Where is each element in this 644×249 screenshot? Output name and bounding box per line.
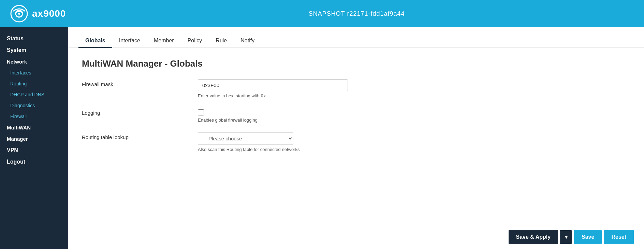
- sidebar-item-manager[interactable]: Manager: [0, 133, 68, 144]
- tab-globals[interactable]: Globals: [78, 34, 112, 48]
- tab-notify[interactable]: Notify: [234, 34, 261, 48]
- logging-hint: Enables global firewall logging: [198, 117, 630, 123]
- logging-checkbox-wrap: [198, 108, 630, 115]
- dropdown-arrow-icon: ▼: [564, 234, 569, 240]
- tab-rule[interactable]: Rule: [209, 34, 234, 48]
- logging-label: Logging: [82, 108, 198, 116]
- tabs: Globals Interface Member Policy Rule Not…: [68, 27, 644, 48]
- page-body: MultiWAN Manager - Globals Firewall mask…: [68, 48, 644, 225]
- routing-lookup-select[interactable]: -- Please choose --: [198, 132, 293, 145]
- firewall-mask-field: Enter value in hex, starting with 0x: [198, 79, 630, 98]
- content: Globals Interface Member Policy Rule Not…: [68, 27, 644, 249]
- tab-interface[interactable]: Interface: [112, 34, 147, 48]
- routing-lookup-field: -- Please choose -- Also scan this Routi…: [198, 132, 630, 152]
- tab-member[interactable]: Member: [147, 34, 181, 48]
- routing-lookup-hint: Also scan this Routing table for connect…: [198, 147, 630, 152]
- header: ax9000 SNAPSHOT r22171-fdd1af9a44: [0, 0, 644, 27]
- firewall-mask-input[interactable]: [198, 79, 348, 91]
- sidebar-item-network[interactable]: Network: [0, 56, 68, 67]
- main-layout: Status System Network Interfaces Routing…: [0, 27, 644, 249]
- sidebar-item-interfaces[interactable]: Interfaces: [0, 67, 68, 78]
- logo: ax9000: [10, 5, 66, 23]
- form-row-firewall-mask: Firewall mask Enter value in hex, starti…: [82, 79, 630, 98]
- header-snapshot: SNAPSHOT r22171-fdd1af9a44: [79, 10, 634, 17]
- logging-checkbox[interactable]: [198, 109, 204, 115]
- sidebar-item-logout[interactable]: Logout: [0, 156, 68, 168]
- logo-icon: [10, 5, 28, 23]
- sidebar-item-routing[interactable]: Routing: [0, 78, 68, 89]
- routing-lookup-label: Routing table lookup: [82, 132, 198, 140]
- firewall-mask-label: Firewall mask: [82, 79, 198, 87]
- sidebar-item-multiwan[interactable]: MultiWAN: [0, 122, 68, 133]
- sidebar-item-firewall[interactable]: Firewall: [0, 111, 68, 122]
- form-row-logging: Logging Enables global firewall logging: [82, 108, 630, 123]
- reset-button[interactable]: Reset: [604, 230, 634, 244]
- save-apply-button[interactable]: Save & Apply: [509, 230, 558, 244]
- sidebar-item-vpn[interactable]: VPN: [0, 144, 68, 156]
- logo-text: ax9000: [32, 8, 66, 19]
- save-apply-dropdown-button[interactable]: ▼: [560, 230, 572, 244]
- footer-buttons: Save & Apply ▼ Save Reset: [68, 225, 644, 249]
- svg-point-2: [18, 13, 20, 15]
- sidebar: Status System Network Interfaces Routing…: [0, 27, 68, 249]
- divider: [82, 165, 630, 165]
- page-title: MultiWAN Manager - Globals: [82, 58, 630, 69]
- tab-policy[interactable]: Policy: [181, 34, 209, 48]
- firewall-mask-hint: Enter value in hex, starting with 0x: [198, 93, 630, 98]
- logging-field: Enables global firewall logging: [198, 108, 630, 123]
- sidebar-item-dhcp-dns[interactable]: DHCP and DNS: [0, 89, 68, 100]
- sidebar-item-status[interactable]: Status: [0, 33, 68, 44]
- form-row-routing-lookup: Routing table lookup -- Please choose --…: [82, 132, 630, 152]
- save-button[interactable]: Save: [574, 230, 602, 244]
- sidebar-item-system[interactable]: System: [0, 44, 68, 56]
- sidebar-item-diagnostics[interactable]: Diagnostics: [0, 100, 68, 111]
